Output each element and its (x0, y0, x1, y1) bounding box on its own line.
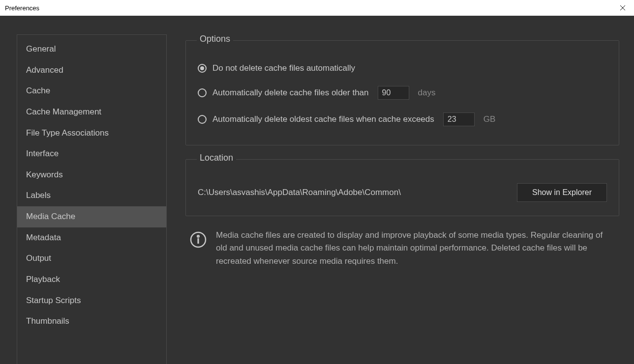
sidebar-item-label: Advanced (26, 65, 63, 75)
main-panel: Options Do not delete cache files automa… (167, 16, 634, 364)
sidebar-item-labels[interactable]: Labels (17, 185, 166, 206)
info-text: Media cache files are created to display… (216, 229, 615, 268)
sidebar-item-label: Startup Scripts (26, 296, 81, 305)
window-title: Preferences (5, 4, 39, 12)
show-in-explorer-button[interactable]: Show in Explorer (517, 183, 607, 202)
unit-label: GB (483, 114, 496, 124)
sidebar-item-label: Cache (26, 86, 50, 95)
option-delete-when-exceeds[interactable]: Automatically delete oldest cache files … (198, 112, 607, 126)
sidebar-item-playback[interactable]: Playback (17, 269, 166, 290)
titlebar: Preferences (0, 0, 634, 16)
sidebar-item-interface[interactable]: Interface (17, 143, 166, 165)
svg-rect-4 (197, 238, 199, 244)
location-legend: Location (197, 153, 236, 163)
sidebar-item-cache-management[interactable]: Cache Management (17, 102, 166, 123)
sidebar-item-media-cache[interactable]: Media Cache (17, 206, 166, 227)
sidebar-item-advanced[interactable]: Advanced (17, 60, 166, 81)
option-delete-older-than[interactable]: Automatically delete cache files older t… (198, 86, 607, 100)
content-area: GeneralAdvancedCacheCache ManagementFile… (0, 16, 634, 364)
radio-icon (198, 115, 207, 124)
unit-label: days (418, 88, 436, 98)
sidebar-item-metadata[interactable]: Metadata (17, 227, 166, 249)
sidebar-item-label: General (26, 44, 56, 54)
radio-icon (198, 64, 207, 73)
sidebar-item-label: Metadata (26, 233, 61, 242)
radio-icon (198, 88, 207, 97)
sidebar-item-general[interactable]: General (17, 39, 166, 60)
info-icon (189, 231, 207, 249)
sidebar-item-cache[interactable]: Cache (17, 81, 166, 102)
close-icon (620, 5, 626, 11)
sidebar-item-label: Keywords (26, 170, 63, 179)
sidebar: GeneralAdvancedCacheCache ManagementFile… (17, 34, 167, 364)
sidebar-item-label: Media Cache (26, 212, 75, 221)
sidebar-item-thumbnails[interactable]: Thumbnails (17, 311, 166, 332)
sidebar-item-file-type-associations[interactable]: File Type Associations (17, 123, 166, 144)
sidebar-item-label: Cache Management (26, 107, 101, 116)
location-path: C:\Users\asvashis\AppData\Roaming\Adobe\… (198, 188, 507, 197)
close-button[interactable] (611, 0, 634, 16)
sidebar-item-label: Playback (26, 275, 60, 284)
option-label: Automatically delete oldest cache files … (212, 114, 434, 124)
options-legend: Options (197, 34, 233, 44)
sidebar-item-label: Output (26, 253, 51, 263)
sidebar-item-label: Interface (26, 149, 59, 158)
options-fieldset: Options Do not delete cache files automa… (185, 40, 619, 145)
location-fieldset: Location C:\Users\asvashis\AppData\Roami… (185, 159, 619, 216)
location-row: C:\Users\asvashis\AppData\Roaming\Adobe\… (198, 183, 607, 202)
info-block: Media cache files are created to display… (185, 229, 619, 268)
sidebar-item-startup-scripts[interactable]: Startup Scripts (17, 290, 166, 311)
days-input[interactable] (378, 86, 409, 100)
sidebar-item-label: Labels (26, 191, 51, 200)
sidebar-item-output[interactable]: Output (17, 248, 166, 269)
svg-point-3 (197, 235, 199, 237)
option-do-not-delete[interactable]: Do not delete cache files automatically (198, 63, 607, 73)
sidebar-item-keywords[interactable]: Keywords (17, 165, 166, 186)
sidebar-item-label: Thumbnails (26, 316, 69, 326)
sidebar-item-label: File Type Associations (26, 128, 109, 138)
gb-input[interactable] (443, 112, 475, 126)
option-label: Automatically delete cache files older t… (212, 88, 369, 98)
option-label: Do not delete cache files automatically (212, 63, 355, 73)
